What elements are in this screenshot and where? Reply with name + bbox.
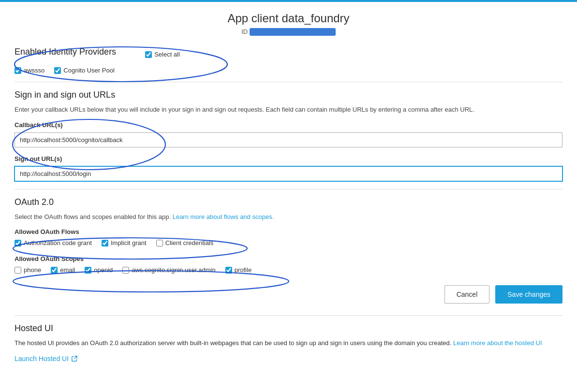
oauth-scopes-label: Allowed OAuth Scopes [15, 255, 562, 262]
hosted-ui-title: Hosted UI [15, 323, 562, 334]
signin-signout-title: Sign in and sign out URLs [15, 90, 562, 100]
providers-checkboxes-row: awssso Cognito User Pool [15, 67, 562, 74]
flow-auth-code[interactable]: Authorization code grant [15, 239, 92, 247]
oauth-section: OAuth 2.0 Select the OAuth flows and sco… [15, 197, 562, 274]
id-label: ID [241, 28, 248, 35]
implicit-label: Implicit grant [111, 239, 147, 247]
scope-email[interactable]: email [51, 266, 75, 274]
divider-3 [15, 315, 562, 316]
hosted-ui-section: Hosted UI The hosted UI provides an OAut… [15, 323, 562, 363]
signout-url-input[interactable]: http://localhost:5000/login [15, 166, 562, 181]
signout-url-group: Sign out URL(s) http://localhost:5000/lo… [15, 155, 562, 181]
external-link-icon [71, 355, 78, 362]
identity-providers-header: Enabled Identity Providers Select all [15, 47, 562, 62]
select-all-checkbox[interactable] [145, 51, 152, 58]
oauth-learn-more-link[interactable]: Learn more about flows and scopes. [173, 213, 274, 220]
cognito-checkbox[interactable] [54, 67, 61, 74]
provider-cognito[interactable]: Cognito User Pool [54, 67, 115, 74]
scope-openid[interactable]: openid [85, 266, 113, 274]
save-button[interactable]: Save changes [495, 285, 562, 304]
auth-code-checkbox[interactable] [15, 240, 21, 247]
page-id: ID ████████████████████ [15, 28, 562, 35]
callback-url-group: Callback URL(s) http://localhost:5000/co… [15, 121, 562, 147]
provider-awssso[interactable]: awssso [15, 67, 44, 74]
cognito-label: Cognito User Pool [63, 67, 115, 74]
launch-hosted-ui-link[interactable]: Launch Hosted UI [15, 355, 78, 363]
oauth-scopes-checkboxes: phone email openid aws.cognito.signin.us… [15, 266, 562, 274]
select-all-label[interactable]: Select all [154, 51, 180, 58]
identity-providers-title: Enabled Identity Providers [15, 47, 116, 57]
oauth-flows-checkboxes: Authorization code grant Implicit grant … [15, 239, 562, 247]
implicit-checkbox[interactable] [102, 240, 108, 247]
cancel-button[interactable]: Cancel [444, 285, 490, 304]
scope-admin[interactable]: aws.cognito.signin.user.admin [122, 266, 215, 274]
oauth-flows-label: Allowed OAuth Flows [15, 228, 562, 235]
signin-signout-description: Enter your callback URLs below that you … [15, 105, 562, 115]
scope-profile[interactable]: profile [225, 266, 252, 274]
phone-label: phone [24, 266, 41, 274]
client-creds-label: Client credentials [165, 239, 214, 247]
id-value: ████████████████████ [250, 28, 336, 36]
callback-url-input[interactable]: http://localhost:5000/cognito/callback [15, 132, 562, 147]
openid-label: openid [94, 266, 113, 274]
divider-2 [15, 189, 562, 189]
awssso-checkbox[interactable] [15, 67, 21, 74]
flow-implicit[interactable]: Implicit grant [102, 239, 147, 247]
action-buttons: Cancel Save changes [15, 285, 562, 304]
identity-providers-section: Enabled Identity Providers Select all aw… [15, 47, 562, 74]
hosted-ui-description: The hosted UI provides an OAuth 2.0 auth… [15, 338, 562, 348]
openid-checkbox[interactable] [85, 267, 91, 274]
profile-checkbox[interactable] [225, 267, 232, 274]
auth-code-label: Authorization code grant [24, 239, 92, 247]
admin-checkbox[interactable] [122, 267, 129, 274]
scope-phone[interactable]: phone [15, 266, 41, 274]
select-all-checkbox-item[interactable]: Select all [145, 51, 180, 58]
profile-label: profile [235, 266, 252, 274]
phone-checkbox[interactable] [15, 267, 21, 274]
email-label: email [60, 266, 75, 274]
oauth-title: OAuth 2.0 [15, 197, 562, 207]
client-creds-checkbox[interactable] [156, 240, 163, 247]
awssso-label: awssso [24, 67, 44, 74]
signout-url-label: Sign out URL(s) [15, 155, 562, 162]
hosted-ui-learn-more-link[interactable]: Learn more about the hosted UI [453, 339, 542, 347]
callback-url-label: Callback URL(s) [15, 121, 562, 129]
email-checkbox[interactable] [51, 267, 58, 274]
flow-client-creds[interactable]: Client credentials [156, 239, 214, 247]
divider-1 [15, 82, 562, 82]
signin-signout-section: Sign in and sign out URLs Enter your cal… [15, 90, 562, 181]
page-title: App client data_foundry [15, 12, 562, 25]
admin-label: aws.cognito.signin.user.admin [132, 266, 215, 274]
oauth-description: Select the OAuth flows and scopes enable… [15, 212, 562, 222]
